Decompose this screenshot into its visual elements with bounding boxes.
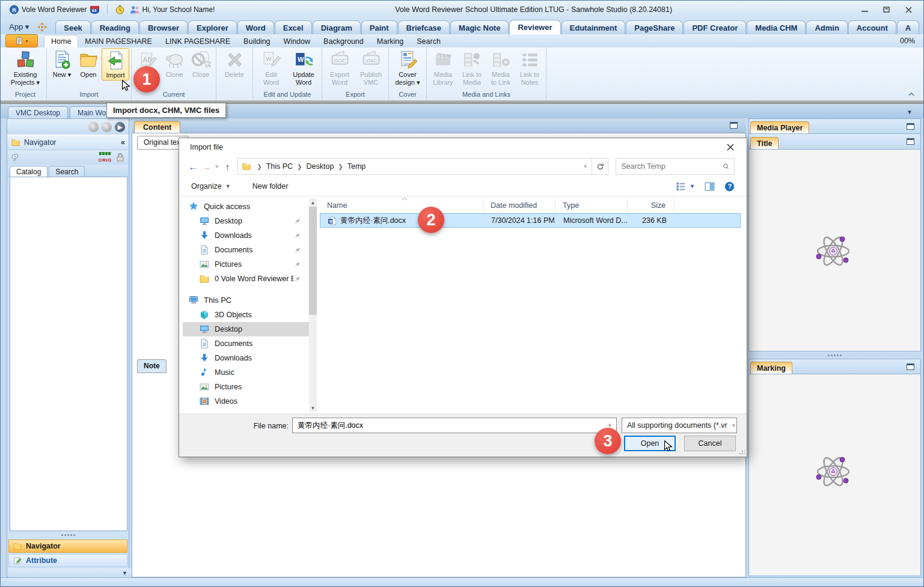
maximize-title-icon[interactable]	[907, 138, 914, 145]
view-list-icon[interactable]	[676, 181, 686, 192]
nav-section-quick-access[interactable]: Quick access	[183, 198, 309, 214]
tab-vmc-desktop[interactable]: VMC Desktop	[8, 106, 68, 118]
menu-item-marking[interactable]: Marking	[370, 35, 410, 47]
file-row-黄帝内经-素问-docx[interactable]: W黄帝内经·素问.docx7/30/2024 1:16 PMMicrosoft …	[320, 213, 741, 228]
sidebar-item-attribute[interactable]: Attribute	[8, 554, 127, 567]
ribbon-tab-reading[interactable]: Reading	[91, 20, 139, 34]
nav-section-this-pc[interactable]: This PC	[183, 292, 309, 308]
tab-note[interactable]: Note	[137, 359, 167, 373]
ribbon-tab-paint[interactable]: Paint	[361, 20, 397, 34]
address-dropdown-icon[interactable]: ˅	[579, 163, 592, 169]
organize-button[interactable]: Organize▼	[191, 182, 231, 190]
scroll-down-icon[interactable]: ▼	[309, 404, 317, 412]
menu-item-background[interactable]: Background	[317, 35, 370, 47]
ribbon-tab-edutainment[interactable]: Edutainment	[561, 20, 626, 34]
combo-dropdown-icon[interactable]: ˅	[727, 422, 737, 428]
lock-icon[interactable]	[115, 153, 125, 162]
scroll-up-icon[interactable]: ▲	[309, 198, 317, 207]
ribbon-tab-excel[interactable]: Excel	[275, 20, 312, 34]
ribbon-button-existing-projects[interactable]: Existing Projects ▾	[6, 48, 44, 87]
file-type-combo[interactable]: All supporting documents (*.vr ˅	[622, 418, 737, 433]
breadcrumb-temp[interactable]: Temp	[345, 162, 369, 171]
satellite-icon[interactable]	[11, 153, 20, 162]
ribbon-button-media-to-link[interactable]: Media to Link	[486, 48, 515, 87]
nav-item-desktop[interactable]: Desktop	[183, 322, 309, 336]
address-box[interactable]: ❯ This PC ❯ Desktop ❯ Temp ˅	[237, 158, 592, 175]
play-icon[interactable]: ▶	[115, 122, 125, 132]
menu-item-building[interactable]: Building	[237, 35, 277, 47]
menu-item-search[interactable]: Search	[410, 35, 447, 47]
app-menu-tab[interactable]: App ▾	[9, 22, 29, 31]
ribbon-tab-account[interactable]: Account	[848, 20, 896, 34]
preview-pane-icon[interactable]	[705, 181, 715, 192]
maximize-media-player-icon[interactable]	[907, 123, 914, 130]
ribbon-tab-word[interactable]: Word	[237, 20, 274, 34]
ribbon-button-edit-word[interactable]: WEdit Word	[255, 48, 287, 87]
ribbon-button-link-to-media[interactable]: Link to Media	[457, 48, 486, 87]
users-icon[interactable]	[130, 5, 140, 14]
menu-item-home[interactable]: Home	[44, 35, 78, 47]
ribbon-button-export-word[interactable]: DOCExport Word	[324, 48, 355, 87]
ribbon-button-media-library[interactable]: Media Library	[429, 48, 457, 87]
help-icon[interactable]: ?	[724, 181, 735, 192]
forward-icon[interactable]: →	[200, 160, 213, 173]
history-dropdown-icon[interactable]: ˅	[215, 163, 218, 169]
file-name-combo[interactable]: ˅	[292, 418, 617, 433]
ribbon-tab-reviewer[interactable]: Reviewer	[509, 20, 560, 34]
column-header-type[interactable]: Type	[555, 198, 628, 213]
ribbon-tab-a[interactable]: A	[897, 20, 919, 34]
file-menu-button[interactable]: ▾	[5, 34, 38, 47]
menu-item-main-pageshare[interactable]: MAIN PAGESHARE	[78, 35, 159, 47]
ribbon-button-delete[interactable]: Delete	[218, 48, 251, 79]
collapse-panel-icon[interactable]: «	[121, 138, 125, 147]
ribbon-tab-briefcase[interactable]: Briefcase	[398, 20, 450, 34]
ribbon-button-close[interactable]: Close	[188, 48, 214, 79]
ribbon-button-publish-vmc[interactable]: VMCPublish VMC	[355, 48, 387, 87]
tab-content[interactable]: Content	[134, 121, 180, 133]
minimize-button[interactable]	[856, 5, 874, 14]
cancel-button[interactable]: Cancel	[684, 436, 736, 451]
ribbon-button-update-word[interactable]: WUpdate Word	[287, 48, 320, 87]
tab-list-dropdown-icon[interactable]: ▼	[907, 109, 913, 115]
maximize-marking-icon[interactable]	[907, 363, 914, 370]
ribbon-button-new[interactable]: New ▾	[49, 48, 75, 79]
column-header-date-modified[interactable]: Date modified	[483, 198, 555, 213]
ribbon-button-clone[interactable]: Clone	[161, 48, 188, 79]
ribbon-tab-seek[interactable]: Seek	[55, 20, 90, 34]
orig-indicator[interactable]: ORIG	[99, 152, 112, 163]
ribbon-tab-diagram[interactable]: Diagram	[313, 20, 361, 34]
ribbon-button-cover-design[interactable]: CoverCover design ▾	[391, 48, 424, 87]
tab-marking[interactable]: Marking	[750, 362, 792, 374]
nav-item-3d-objects[interactable]: 3D Objects	[183, 308, 309, 322]
sidebar-item-navigator[interactable]: Navigator	[8, 540, 127, 553]
folder-tree-scrollbar[interactable]: ▲ ▼	[309, 198, 317, 412]
nav-item-documents[interactable]: Documents	[183, 243, 309, 257]
refresh-button[interactable]	[592, 158, 608, 175]
scrollbar-thumb[interactable]	[309, 207, 317, 315]
catalog-list[interactable]	[10, 177, 127, 531]
restore-button[interactable]	[878, 5, 896, 14]
stopwatch-icon[interactable]	[115, 5, 125, 14]
nav-item-documents[interactable]: Documents	[183, 336, 309, 351]
right-splitter-handle[interactable]	[748, 351, 921, 359]
nav-item-0-vole-word-reviewer-exam[interactable]: 0 Vole Word Reviewer Exam	[183, 272, 309, 286]
forward-icon[interactable]: ›	[102, 122, 112, 132]
back-icon[interactable]: ‹	[88, 122, 99, 132]
maximize-content-icon[interactable]	[730, 122, 738, 129]
breadcrumb-this-pc[interactable]: This PC	[264, 162, 295, 171]
nav-item-downloads[interactable]: Downloads	[183, 351, 309, 365]
resize-grip[interactable]	[739, 449, 745, 455]
file-name-input[interactable]	[293, 421, 604, 430]
column-header-size[interactable]: Size	[628, 198, 675, 213]
nav-item-pictures[interactable]: Pictures	[183, 380, 309, 394]
search-box[interactable]	[616, 158, 735, 175]
nav-item-music[interactable]: Music	[183, 365, 309, 380]
ribbon-tab-pageshare[interactable]: PageShare	[626, 20, 683, 34]
nav-item-videos[interactable]: Videos	[183, 394, 309, 409]
nav-item-pictures[interactable]: Pictures	[183, 257, 309, 272]
tab-media-player[interactable]: Media Player	[750, 121, 809, 133]
ribbon-tab-media-chm[interactable]: Media CHM	[747, 20, 806, 34]
search-input[interactable]	[616, 162, 723, 171]
move-layout-icon[interactable]	[37, 22, 47, 32]
ribbon-tab-admin[interactable]: Admin	[806, 20, 847, 34]
